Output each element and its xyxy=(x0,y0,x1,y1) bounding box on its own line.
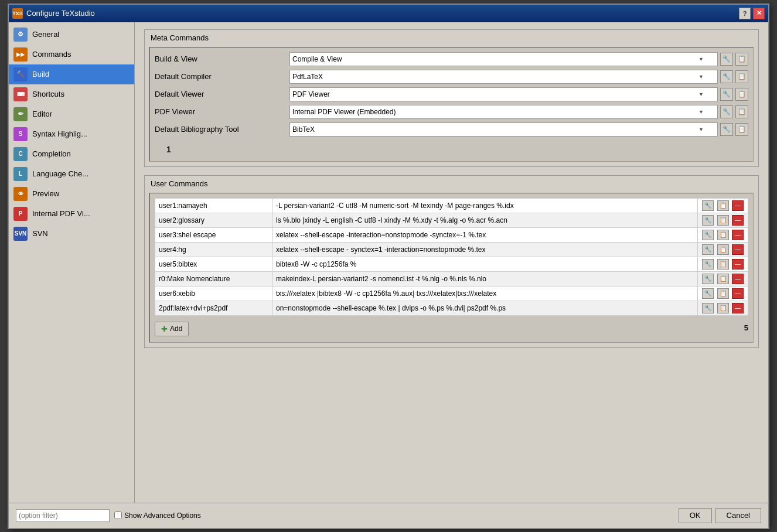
sidebar-item-general[interactable]: ⚙ General xyxy=(9,25,134,45)
edit-btn-1[interactable]: 🔧 xyxy=(720,70,733,83)
sidebar: ⚙ General ▶▶ Commands 🔨 Build ⌨ Shortcut… xyxy=(9,22,135,503)
cmd-name-3: user4:hg xyxy=(155,242,272,257)
select-wrapper-2: PDF Viewer DVI Viewer xyxy=(289,87,718,101)
cmd-actions-1: 🔧 📋 — xyxy=(698,213,748,227)
add-icon: ✚ xyxy=(161,325,168,333)
user-commands-table: user1:namayeh -L persian-variant2 -C utf… xyxy=(155,198,748,316)
copy-btn-2[interactable]: 📋 xyxy=(735,88,748,101)
cmd-edit-btn-1[interactable]: 🔧 xyxy=(702,215,714,226)
cmd-delete-btn-2[interactable]: — xyxy=(732,230,744,240)
syntax-icon: S xyxy=(13,127,28,141)
ok-button[interactable]: OK xyxy=(679,508,712,523)
table-row: 2pdf:latex+dvi+ps2pdf on=nonstopmode --s… xyxy=(155,301,748,315)
general-icon: ⚙ xyxy=(13,28,28,42)
cmd-value-6: txs:///xelatex |bibtex8 -W -c cp1256fa %… xyxy=(272,286,698,301)
sidebar-item-editor[interactable]: ✏ Editor xyxy=(9,104,134,124)
sidebar-label-commands: Commands xyxy=(32,50,71,59)
build-icon: 🔨 xyxy=(13,67,28,81)
cmd-value-1: ls %.blo |xindy -L english -C utf8 -I xi… xyxy=(272,213,698,227)
copy-btn-1[interactable]: 📋 xyxy=(735,70,748,83)
right-panel: Meta Commands Build & View Compile & Vie… xyxy=(135,22,768,503)
meta-label-viewer: Default Viewer xyxy=(155,90,289,98)
cmd-copy-btn-4[interactable]: 📋 xyxy=(717,259,729,270)
edit-btn-2[interactable]: 🔧 xyxy=(720,88,733,101)
show-advanced-checkbox[interactable] xyxy=(114,511,122,519)
window-title: Configure TeXstudio xyxy=(26,9,95,18)
cmd-copy-btn-7[interactable]: 📋 xyxy=(717,303,729,313)
cmd-copy-btn-1[interactable]: 📋 xyxy=(717,215,729,226)
edit-btn-4[interactable]: 🔧 xyxy=(720,123,733,136)
sidebar-item-preview[interactable]: 👁 Preview xyxy=(9,184,134,204)
sidebar-item-build[interactable]: 🔨 Build xyxy=(9,64,134,84)
cmd-delete-btn-5[interactable]: — xyxy=(732,274,744,284)
sidebar-label-shortcuts: Shortcuts xyxy=(32,90,64,98)
sidebar-label-completion: Completion xyxy=(32,149,71,158)
meta-commands-inner: Build & View Compile & View PdfLaTeX + V… xyxy=(149,47,754,162)
meta-select-bibliography[interactable]: BibTeX Biber xyxy=(289,122,718,137)
select-wrapper-3: Internal PDF Viewer (Embedded) External … xyxy=(289,105,718,119)
sidebar-item-commands[interactable]: ▶▶ Commands xyxy=(9,45,134,64)
cmd-value-2: xelatex --shell-escape -interaction=nons… xyxy=(272,227,698,242)
cmd-edit-btn-2[interactable]: 🔧 xyxy=(702,230,714,240)
cancel-button[interactable]: Cancel xyxy=(715,508,761,523)
cmd-value-0: -L persian-variant2 -C utf8 -M numeric-s… xyxy=(272,198,698,213)
cmd-copy-btn-3[interactable]: 📋 xyxy=(717,244,729,255)
user-commands-title: User Commands xyxy=(145,176,758,193)
edit-btn-3[interactable]: 🔧 xyxy=(720,105,733,118)
cmd-delete-btn-1[interactable]: — xyxy=(732,215,744,226)
meta-label-pdf-viewer: PDF Viewer xyxy=(155,107,289,116)
copy-btn-4[interactable]: 📋 xyxy=(735,123,748,136)
sidebar-item-language[interactable]: L Language Che... xyxy=(9,164,134,184)
cmd-copy-btn-5[interactable]: 📋 xyxy=(717,274,729,284)
sidebar-item-completion[interactable]: C Completion xyxy=(9,144,134,164)
main-window: TXS Configure TeXstudio ? ✕ ⚙ General ▶▶… xyxy=(8,4,769,529)
shortcuts-icon: ⌨ xyxy=(13,87,28,101)
cmd-value-7: on=nonstopmode --shell-escape %.tex | dv… xyxy=(272,301,698,315)
cmd-copy-btn-6[interactable]: 📋 xyxy=(717,288,729,299)
select-wrapper-4: BibTeX Biber xyxy=(289,122,718,137)
cmd-actions-4: 🔧 📋 — xyxy=(698,257,748,271)
sidebar-item-svn[interactable]: SVN SVN xyxy=(9,224,134,244)
meta-commands-section: Meta Commands Build & View Compile & Vie… xyxy=(144,29,759,167)
show-advanced-wrap: Show Advanced Options xyxy=(114,511,201,520)
cmd-edit-btn-5[interactable]: 🔧 xyxy=(702,274,714,284)
show-advanced-label: Show Advanced Options xyxy=(124,511,201,520)
cmd-delete-btn-3[interactable]: — xyxy=(732,244,744,255)
cmd-edit-btn-0[interactable]: 🔧 xyxy=(702,200,714,211)
cmd-value-4: bibtex8 -W -c cp1256fa % xyxy=(272,257,698,271)
cmd-edit-btn-3[interactable]: 🔧 xyxy=(702,244,714,255)
table-row: user6:xebib txs:///xelatex |bibtex8 -W -… xyxy=(155,286,748,301)
cmd-delete-btn-4[interactable]: — xyxy=(732,259,744,270)
cmd-edit-btn-6[interactable]: 🔧 xyxy=(702,288,714,299)
titlebar: TXS Configure TeXstudio ? ✕ xyxy=(9,5,768,22)
cmd-edit-btn-7[interactable]: 🔧 xyxy=(702,303,714,313)
sidebar-label-syntax: Syntax Highlig... xyxy=(32,129,87,138)
add-command-button[interactable]: ✚ Add xyxy=(155,322,189,336)
option-filter-input[interactable] xyxy=(16,509,110,522)
cmd-delete-btn-7[interactable]: — xyxy=(732,303,744,313)
meta-row-build-view: Build & View Compile & View PdfLaTeX + V… xyxy=(155,52,748,66)
cmd-actions-7: 🔧 📋 — xyxy=(698,301,748,315)
cmd-delete-btn-0[interactable]: — xyxy=(732,200,744,211)
titlebar-buttons: ? ✕ xyxy=(739,8,765,19)
meta-select-compiler[interactable]: PdfLaTeX LaTeX xyxy=(289,70,718,84)
close-button[interactable]: ✕ xyxy=(753,8,765,19)
meta-select-build-view[interactable]: Compile & View PdfLaTeX + View PDF xyxy=(289,52,718,66)
sidebar-label-general: General xyxy=(32,30,59,39)
cmd-name-6: user6:xebib xyxy=(155,286,272,301)
sidebar-item-syntax[interactable]: S Syntax Highlig... xyxy=(9,124,134,144)
table-row: user4:hg xelatex --shell-escape - syncte… xyxy=(155,242,748,257)
meta-select-viewer[interactable]: PDF Viewer DVI Viewer xyxy=(289,87,718,101)
help-button[interactable]: ? xyxy=(739,8,751,19)
cmd-edit-btn-4[interactable]: 🔧 xyxy=(702,259,714,270)
meta-select-pdf-viewer[interactable]: Internal PDF Viewer (Embedded) External … xyxy=(289,105,718,119)
sidebar-item-pdf-viewer[interactable]: P Internal PDF Vi... xyxy=(9,204,134,224)
copy-btn-3[interactable]: 📋 xyxy=(735,105,748,118)
cmd-copy-btn-0[interactable]: 📋 xyxy=(717,200,729,211)
cmd-delete-btn-6[interactable]: — xyxy=(732,288,744,299)
sidebar-item-shortcuts[interactable]: ⌨ Shortcuts xyxy=(9,84,134,104)
copy-btn-0[interactable]: 📋 xyxy=(735,53,748,66)
select-wrapper-1: PdfLaTeX LaTeX xyxy=(289,70,718,84)
cmd-copy-btn-2[interactable]: 📋 xyxy=(717,230,729,240)
edit-btn-0[interactable]: 🔧 xyxy=(720,53,733,66)
